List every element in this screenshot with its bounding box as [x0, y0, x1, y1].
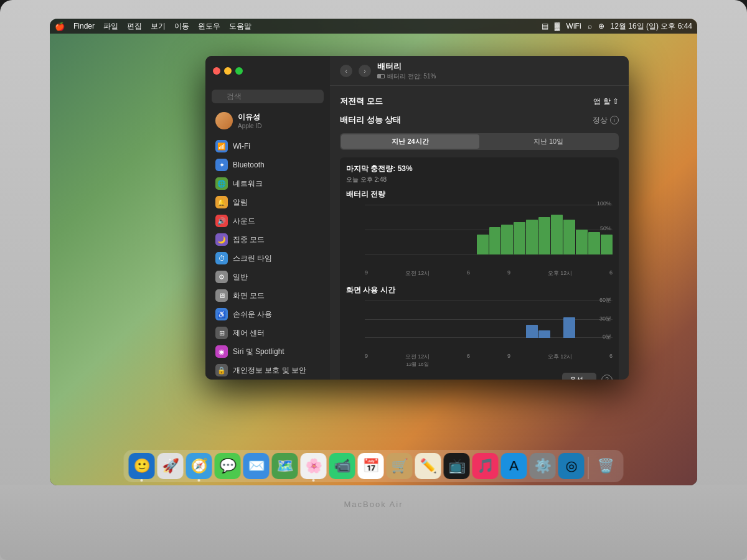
sidebar-item-general[interactable]: ⚙ 일반 [208, 268, 327, 286]
bar-15 [538, 217, 550, 254]
bottom-controls: 옵션... ? [346, 373, 613, 380]
sidebar-label-siri: Siri 및 Spotlight [233, 347, 284, 357]
general-icon: ⚙ [215, 271, 228, 283]
dock-grocery[interactable]: 🛒 [387, 453, 413, 479]
dock-safari[interactable]: 🧭 [186, 453, 212, 479]
laptop-shell: 🍎 Finder 파일 편집 보기 이동 윈도우 도움말 ▤ ▓ WiFi ⌕ … [0, 0, 747, 560]
dock-appletv[interactable]: 📺 [444, 453, 470, 479]
dock-mail[interactable]: ✉️ [243, 453, 270, 479]
sidebar-label-general: 일반 [233, 272, 248, 282]
bar-10 [477, 235, 489, 254]
dock-freeform[interactable]: ✏️ [415, 453, 441, 479]
screentime-icon: ⏱ [215, 252, 228, 264]
bar-1 [365, 253, 377, 254]
battery-health-row: 배터리 성능 상태 정상 i [340, 114, 619, 126]
bar-4 [402, 253, 414, 254]
laptop-bottom: MacBook Air [0, 485, 747, 560]
menubar-view[interactable]: 보기 [151, 21, 166, 32]
dock-appstore[interactable]: A [501, 453, 527, 479]
battery-level-chart-label: 배터리 전량 [346, 189, 613, 200]
sbar-8 [452, 337, 464, 338]
search-input[interactable] [212, 90, 324, 103]
tab-10d[interactable]: 지난 10일 [479, 134, 618, 149]
sbar-4 [402, 337, 414, 338]
sidebar-item-bluetooth[interactable]: ✦ Bluetooth [208, 156, 327, 174]
nav-back-button[interactable]: ‹ [340, 65, 352, 77]
bars-area [365, 205, 613, 254]
menubar-file[interactable]: 파일 [103, 21, 118, 32]
sidebar-item-sound[interactable]: 🔊 사운드 [208, 212, 327, 230]
user-profile-item[interactable]: 이유성 Apple ID [208, 107, 327, 134]
title-group: 배터리 배터리 전압: 51% [377, 61, 436, 81]
wifi-icon: 📶 [215, 140, 228, 152]
focus-icon: 🌙 [215, 233, 228, 246]
avatar [215, 112, 233, 129]
sidebar-item-privacy[interactable]: 🔒 개인정보 보호 및 보안 [208, 361, 327, 380]
menu-search-icon[interactable]: ⌕ [588, 22, 592, 30]
last-charged-row: 마지막 충전량: 53% 오늘 오후 2:48 [346, 164, 613, 184]
sidebar-label-screentime: 스크린 타임 [233, 253, 272, 264]
menu-battery-icon[interactable]: ▓ [555, 22, 560, 30]
help-button[interactable]: ? [601, 375, 613, 380]
bar-16 [551, 215, 563, 254]
tab-24h[interactable]: 지난 24시간 [341, 134, 479, 149]
dock-photos[interactable]: 🌸 [301, 453, 327, 479]
menu-wifi-status-icon[interactable]: WiFi [566, 22, 581, 30]
close-button[interactable] [213, 67, 220, 75]
sx-label-9b: 9 [507, 353, 510, 368]
dock-launchpad[interactable]: 🚀 [157, 453, 184, 479]
dock-dot-finder [141, 479, 143, 482]
sidebar-label-wifi: Wi-Fi [233, 142, 250, 151]
sidebar-item-accessibility[interactable]: ♿ 손쉬운 사용 [208, 305, 327, 324]
dock-finder[interactable]: 🙂 [129, 453, 155, 479]
sidebar-item-control[interactable]: ⊞ 제어 센터 [208, 324, 327, 342]
chart-x-labels: 9 오전 12시 6 9 오후 12시 6 [346, 269, 613, 278]
dock-calendar[interactable]: 📅 [358, 453, 384, 479]
dock-istat[interactable]: ◎ [558, 453, 585, 479]
sx-label-9a: 9 [365, 353, 368, 368]
x-label-9b: 9 [507, 269, 510, 278]
apple-menu[interactable]: 🍎 [55, 22, 65, 31]
sbar-16 [551, 337, 563, 338]
sbar-17 [563, 317, 575, 338]
bar-3 [390, 253, 402, 254]
power-mode-control[interactable]: 앱 할 ⇧ [593, 96, 619, 107]
sidebar-item-screentime[interactable]: ⏱ 스크린 타임 [208, 249, 327, 268]
dock-facetime[interactable]: 📹 [329, 453, 355, 479]
search-area: 🔍 [205, 86, 330, 107]
sidebar: 🔍 이유성 Apple ID [205, 56, 330, 380]
menubar-edit[interactable]: 편집 [127, 21, 142, 32]
menubar-help[interactable]: 도움말 [229, 21, 251, 32]
sidebar-item-displaymode[interactable]: 🖥 화면 모드 [208, 286, 327, 305]
screen-time-label: 화면 사용 시간 [346, 285, 613, 296]
menu-wifi-icon[interactable]: ▤ [542, 22, 548, 30]
sx-label-6a: 6 [467, 353, 470, 368]
dock-music[interactable]: 🎵 [472, 453, 499, 479]
menubar-window[interactable]: 윈도우 [198, 21, 220, 32]
options-button[interactable]: 옵션... [562, 373, 596, 380]
menubar-right: ▤ ▓ WiFi ⌕ ⊕ 12월 16일 (일) 오후 6:44 [542, 21, 692, 32]
menubar: 🍎 Finder 파일 편집 보기 이동 윈도우 도움말 ▤ ▓ WiFi ⌕ … [50, 19, 697, 34]
sidebar-label-alarm: 알림 [233, 197, 248, 208]
dock-trash[interactable]: 🗑️ [593, 453, 619, 479]
menu-control-center-icon[interactable]: ⊕ [598, 22, 604, 30]
sidebar-item-wifi[interactable]: 📶 Wi-Fi [208, 137, 327, 156]
power-mode-row: 저전력 모드 앱 할 ⇧ [340, 96, 619, 107]
x-label-9a: 9 [365, 269, 368, 278]
dock-settings[interactable]: ⚙️ [530, 453, 556, 479]
menubar-go[interactable]: 이동 [174, 21, 189, 32]
sidebar-label-privacy: 개인정보 보호 및 보안 [233, 365, 306, 376]
sidebar-item-focus[interactable]: 🌙 집중 모드 [208, 230, 327, 249]
sidebar-item-network[interactable]: 🌐 네트워크 [208, 174, 327, 193]
dock-messages[interactable]: 💬 [215, 453, 241, 479]
minimize-button[interactable] [224, 67, 232, 75]
sx-label-6b: 6 [609, 353, 613, 368]
sidebar-item-alarm[interactable]: 🔔 알림 [208, 193, 327, 212]
sidebar-item-siri[interactable]: ◉ Siri 및 Spotlight [208, 342, 327, 361]
accessibility-icon: ♿ [215, 308, 228, 320]
menubar-finder[interactable]: Finder [73, 22, 95, 30]
info-icon[interactable]: i [610, 116, 619, 124]
dock-maps[interactable]: 🗺️ [272, 453, 298, 479]
nav-forward-button[interactable]: › [359, 65, 371, 77]
maximize-button[interactable] [235, 67, 243, 75]
